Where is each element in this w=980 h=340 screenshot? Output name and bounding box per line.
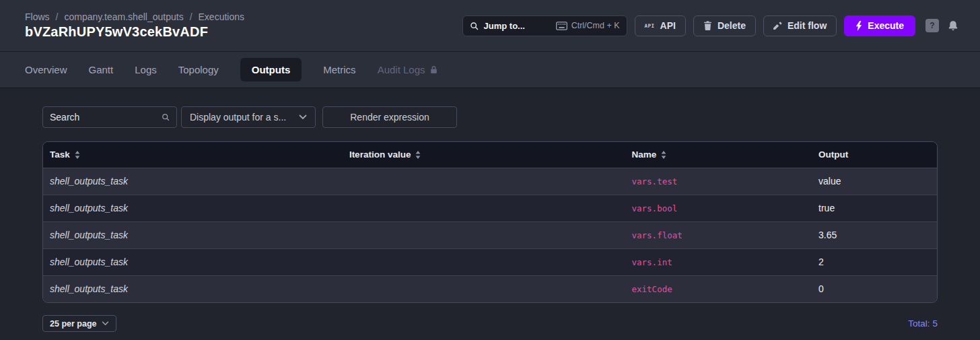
total-value: 5 (932, 318, 938, 329)
edit-flow-button-label: Edit flow (788, 20, 827, 31)
help-icon[interactable]: ? (925, 19, 939, 32)
tab-label: Logs (135, 64, 157, 75)
table-row[interactable]: shell_outputs_task vars.int 2 (43, 248, 937, 275)
per-page-value: 25 per page (50, 319, 96, 329)
tab-metrics[interactable]: Metrics (323, 58, 355, 81)
column-label: Iteration value (349, 149, 411, 160)
keyboard-shortcut-label: Ctrl/Cmd + K (571, 21, 620, 30)
output-cell: true (812, 195, 937, 222)
total-count: Total: 5 (908, 318, 938, 329)
task-cell: shell_outputs_task (43, 222, 343, 248)
page-title: bVZaRhUPY5wV3cekBvADF (25, 24, 244, 40)
column-header-iteration-value[interactable]: Iteration value (343, 142, 625, 168)
tab-outputs[interactable]: Outputs (240, 58, 302, 81)
task-cell: shell_outputs_task (43, 195, 343, 222)
delete-button-label: Delete (718, 20, 746, 31)
tab-label: Metrics (323, 64, 355, 75)
delete-button[interactable]: Delete (693, 15, 756, 36)
task-cell: shell_outputs_task (43, 248, 343, 275)
header-left: Flows / company.team.shell_outputs / Exe… (25, 11, 244, 40)
outputs-content: Display output for a s... Render express… (0, 88, 980, 332)
breadcrumb-separator: / (190, 11, 193, 22)
breadcrumb: Flows / company.team.shell_outputs / Exe… (25, 11, 244, 22)
header-actions: Jump to... Ctrl/Cmd + K API API Delete (462, 15, 958, 36)
iteration-value-cell (343, 248, 625, 275)
column-label: Task (50, 149, 70, 160)
tab-label: Topology (178, 64, 219, 75)
render-expression-button[interactable]: Render expression (322, 106, 457, 128)
task-cell: shell_outputs_task (43, 168, 343, 195)
api-icon: API (645, 23, 655, 29)
column-header-name[interactable]: Name (625, 142, 812, 168)
tab-overview[interactable]: Overview (25, 58, 67, 81)
output-cell: 2 (812, 248, 937, 275)
column-header-output: Output (812, 142, 937, 168)
search-box (42, 106, 177, 128)
execute-button[interactable]: Execute (844, 15, 915, 36)
sort-icon (415, 151, 421, 159)
column-label: Name (632, 149, 657, 160)
name-cell: vars.bool (625, 195, 812, 222)
tab-label: Audit Logs (378, 64, 425, 75)
iteration-value-cell (343, 275, 625, 302)
chevron-down-icon (299, 114, 307, 120)
jump-to-search[interactable]: Jump to... Ctrl/Cmd + K (462, 15, 627, 36)
tabs-bar: Overview Gantt Logs Topology Outputs Met… (0, 52, 980, 88)
outputs-table: Task Iteration value Name Output shell_o… (42, 141, 938, 303)
trash-icon (703, 21, 712, 30)
task-cell: shell_outputs_task (43, 275, 343, 302)
per-page-select[interactable]: 25 per page (42, 315, 116, 332)
tab-logs[interactable]: Logs (135, 58, 157, 81)
column-header-task[interactable]: Task (43, 142, 343, 168)
display-output-select[interactable]: Display output for a s... (181, 106, 316, 128)
search-icon (470, 22, 479, 30)
tab-label: Gantt (89, 64, 114, 75)
output-cell: 0 (812, 275, 937, 302)
tab-audit-logs[interactable]: Audit Logs (378, 58, 438, 81)
pencil-icon (773, 22, 782, 30)
name-cell: vars.int (625, 248, 812, 275)
tab-gantt[interactable]: Gantt (89, 58, 114, 81)
bell-icon[interactable] (948, 20, 958, 32)
filter-row: Display output for a s... Render express… (42, 106, 938, 128)
breadcrumb-namespace[interactable]: company.team.shell_outputs (64, 11, 183, 22)
table-row[interactable]: shell_outputs_task vars.test value (43, 168, 937, 195)
breadcrumb-executions[interactable]: Executions (199, 11, 244, 22)
jump-to-label: Jump to... (484, 21, 525, 31)
column-label: Output (818, 149, 848, 160)
table-row[interactable]: shell_outputs_task vars.bool true (43, 195, 937, 222)
search-input[interactable] (50, 112, 162, 123)
keyboard-icon (556, 22, 567, 30)
total-label: Total: (908, 318, 930, 329)
lightning-icon (855, 21, 862, 31)
breadcrumb-separator: / (56, 11, 59, 22)
iteration-value-cell (343, 168, 625, 195)
display-output-select-value: Display output for a s... (190, 112, 286, 123)
app-header: Flows / company.team.shell_outputs / Exe… (0, 0, 980, 52)
keyboard-shortcut: Ctrl/Cmd + K (556, 21, 620, 30)
search-icon (162, 113, 170, 121)
tab-topology[interactable]: Topology (178, 58, 219, 81)
edit-flow-button[interactable]: Edit flow (763, 15, 837, 36)
table-footer: 25 per page Total: 5 (42, 315, 938, 332)
table-header-row: Task Iteration value Name Output (43, 142, 937, 168)
table-row[interactable]: shell_outputs_task exitCode 0 (43, 275, 937, 302)
api-button[interactable]: API API (635, 15, 686, 36)
execute-button-label: Execute (868, 20, 904, 31)
lock-icon (430, 65, 438, 74)
name-cell: vars.float (625, 222, 812, 248)
sort-icon (75, 151, 80, 159)
tab-label: Outputs (252, 64, 291, 75)
breadcrumb-flows[interactable]: Flows (25, 11, 50, 22)
name-cell: exitCode (625, 275, 812, 302)
tab-label: Overview (25, 64, 67, 75)
sort-icon (661, 151, 666, 159)
output-cell: value (812, 168, 937, 195)
iteration-value-cell (343, 222, 625, 248)
name-cell: vars.test (625, 168, 812, 195)
output-cell: 3.65 (812, 222, 937, 248)
table-row[interactable]: shell_outputs_task vars.float 3.65 (43, 222, 937, 248)
chevron-down-icon (102, 321, 109, 326)
api-button-label: API (660, 20, 676, 31)
iteration-value-cell (343, 195, 625, 222)
